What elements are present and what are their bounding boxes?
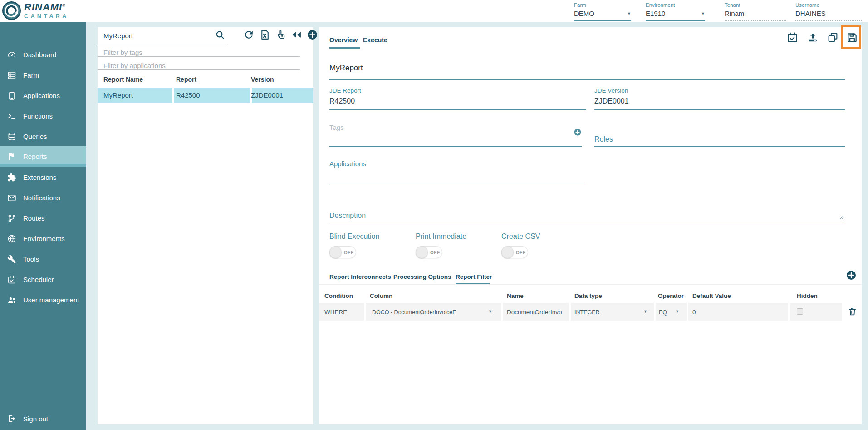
filter-column-select[interactable]: DOCO - DocumentOrderInvoiceE [372,309,456,316]
sidebar-item-label: Tools [23,255,39,263]
sidebar-item-extensions[interactable]: Extensions [0,167,86,188]
filter-operator-select[interactable]: EQ [659,309,667,316]
create-csv-toggle-group: Create CSV OFF [501,232,540,258]
tags-input[interactable]: Tags [329,124,344,131]
jde-report-label: JDE Report [329,87,361,94]
print-immediate-label: Print Immediate [416,232,466,241]
sidebar-item-queries[interactable]: Queries [0,126,86,147]
rewind-button[interactable] [290,29,303,41]
sidebar-item-label: User management [23,296,79,304]
create-csv-toggle[interactable]: OFF [501,246,528,258]
sidebar-item-scheduler[interactable]: Scheduler [0,269,86,290]
sidebar-item-label: Notifications [23,194,60,202]
row-report: R42500 [176,91,200,99]
schedule-report-button[interactable] [787,32,798,43]
username-label: Username [795,2,862,8]
create-csv-label: Create CSV [501,232,540,241]
sidebar-item-reports[interactable]: Reports [0,146,86,167]
export-excel-button[interactable] [259,29,271,41]
brand-name: RINAMI® [24,1,66,13]
tab-overview[interactable]: Overview [329,36,358,44]
filter-col-data-type: Data type [574,292,602,299]
subtab-report-interconnects[interactable]: Report Interconnects [329,273,391,280]
search-icon[interactable] [215,30,226,40]
environment-label: Environment [646,2,705,8]
jde-report-field[interactable]: R42500 [329,97,355,105]
subtab-processing-options[interactable]: Processing Options [393,273,451,280]
upload-icon[interactable] [807,32,819,43]
sidebar-item-applications[interactable]: Applications [0,85,86,106]
sidebar-item-notifications[interactable]: Notifications [0,188,86,208]
sidebar-item-environments[interactable]: Environments [0,228,86,249]
description-field[interactable] [329,222,845,222]
row-report-name: MyReport [103,91,133,99]
add-report-button[interactable] [306,29,319,41]
toggle-state: OFF [430,250,440,255]
applications-label: Applications [329,160,366,168]
environment-value: E1910 [646,10,665,17]
save-report-button[interactable] [846,32,858,44]
sidebar-item-label: Farm [23,71,39,79]
chevron-down-icon: ▼ [701,11,705,16]
blind-execution-toggle[interactable]: OFF [329,246,356,258]
sidebar-item-dashboard[interactable]: Dashboard [0,44,86,65]
filter-name-input[interactable]: DocumentOrderInvo [507,309,562,316]
chevron-down-icon[interactable]: ▼ [488,309,492,314]
notifications-icon [7,193,16,203]
sidebar-item-label: Extensions [23,173,56,181]
textarea-resize-handle[interactable] [839,215,844,220]
sidebar-item-label: Reports [23,153,47,160]
sidebar: Dashboard Farm Applications Functions [0,22,86,430]
print-immediate-toggle[interactable]: OFF [416,246,442,258]
sidebar-item-label: Dashboard [23,51,56,59]
refresh-button[interactable] [243,29,255,41]
print-immediate-toggle-group: Print Immediate OFF [416,232,466,258]
brand-logo-icon [2,1,21,20]
registered-mark: ® [62,3,66,8]
sidebar-item-functions[interactable]: Functions [0,106,86,126]
tab-execute[interactable]: Execute [363,36,387,44]
filter-condition-value: WHERE [324,309,347,316]
add-filter-button[interactable] [846,270,857,281]
add-tag-button[interactable] [574,128,582,136]
applications-icon [7,91,16,100]
username-field: Username DHAINES [795,2,862,21]
chevron-down-icon[interactable]: ▼ [643,309,647,314]
subtab-report-filter[interactable]: Report Filter [456,273,492,280]
sidebar-item-label: Scheduler [23,276,54,283]
filter-col-operator: Operator [658,292,684,299]
description-label: Description [329,212,366,220]
row-version: ZJDE0001 [251,91,283,99]
user-management-icon [7,296,16,305]
sidebar-item-label: Routes [23,214,45,222]
column-header-report: Report [176,76,196,83]
column-header-report-name: Report Name [103,76,143,83]
sign-out-icon [7,414,16,423]
sign-out-label: Sign out [23,415,48,423]
sidebar-item-farm[interactable]: Farm [0,65,86,85]
sidebar-item-tools[interactable]: Tools [0,249,86,269]
applications-field[interactable] [329,183,586,183]
delete-filter-button[interactable] [848,306,857,316]
hidden-checkbox[interactable] [797,308,803,315]
sidebar-item-user-management[interactable]: User management [0,290,86,310]
column-header-version: Version [251,76,274,83]
tenant-field: Tenant Rinami [725,2,786,21]
filter-tags-input[interactable]: Filter by tags [103,49,142,56]
hand-pointer-button[interactable] [275,29,287,41]
report-name-field[interactable]: MyReport [329,64,363,73]
sidebar-item-routes[interactable]: Routes [0,208,86,228]
filter-default-value-input[interactable]: 0 [692,309,696,316]
farm-select[interactable]: Farm DEMO ▼ [574,2,631,21]
chevron-down-icon[interactable]: ▼ [675,309,679,314]
sidebar-item-label: Functions [23,112,53,120]
search-input[interactable]: MyReport [103,32,133,40]
jde-version-field[interactable]: ZJDE0001 [594,97,629,105]
sign-out-button[interactable]: Sign out [0,410,86,427]
filter-applications-input[interactable]: Filter by applications [103,62,166,69]
toggle-state: OFF [516,250,526,255]
filter-data-type-select[interactable]: INTEGER [574,309,600,316]
environment-select[interactable]: Environment E1910 ▼ [646,2,705,21]
copy-report-button[interactable] [827,32,839,43]
roles-field[interactable] [594,146,845,147]
